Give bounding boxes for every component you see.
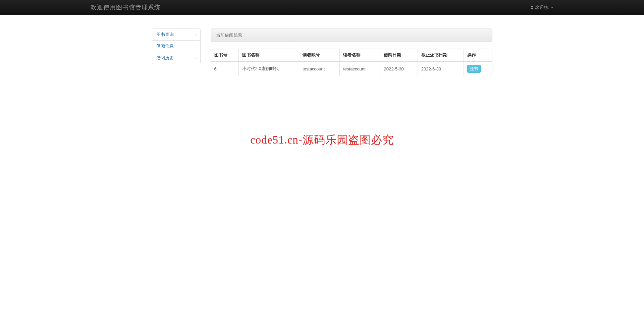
user-dropdown[interactable]: 欢迎您, (530, 4, 553, 10)
caret-down-icon (551, 7, 553, 8)
table-header-row: 图书号 图书名称 读者账号 读者名称 借阅日期 截止还书日期 操作 (211, 49, 492, 62)
th-book-name: 图书名称 (238, 49, 299, 62)
th-borrow-date: 借阅日期 (380, 49, 418, 62)
cell-book-id: 6 (211, 61, 238, 76)
main-container: 图书查询 › 借阅信息 › 借阅历史 › 当前借阅信息 图书号 图书名称 读者账… (152, 29, 492, 76)
chevron-right-icon: › (195, 33, 196, 37)
cell-due-date: 2022-6-30 (418, 61, 464, 76)
sidebar-item-borrow-history[interactable]: 借阅历史 › (152, 52, 200, 64)
main-content: 当前借阅信息 图书号 图书名称 读者账号 读者名称 借阅日期 截止还书日期 操作… (211, 29, 492, 76)
cell-reader-account: testaccount (299, 61, 339, 76)
panel-title: 当前借阅信息 (211, 29, 492, 42)
sidebar-list: 图书查询 › 借阅信息 › 借阅历史 › (152, 29, 201, 64)
app-title: 欢迎使用图书馆管理系统 (91, 3, 161, 11)
sidebar: 图书查询 › 借阅信息 › 借阅历史 › (152, 29, 201, 76)
sidebar-item-label: 借阅历史 (156, 55, 174, 61)
sidebar-item-label: 图书查询 (156, 32, 174, 38)
cell-reader-name: testaccount (340, 61, 380, 76)
chevron-right-icon: › (195, 56, 196, 60)
chevron-right-icon: › (195, 45, 196, 48)
cell-book-name: 小时代2.0虚铜时代 (238, 61, 299, 76)
cell-borrow-date: 2022-5-30 (380, 61, 418, 76)
table-row: 6 小时代2.0虚铜时代 testaccount testaccount 202… (211, 61, 492, 76)
sidebar-item-borrow-info[interactable]: 借阅信息 › (152, 41, 200, 52)
th-due-date: 截止还书日期 (418, 49, 464, 62)
return-book-button[interactable]: 还书 (467, 65, 481, 73)
th-reader-name: 读者名称 (340, 49, 380, 62)
sidebar-item-label: 借阅信息 (156, 43, 174, 49)
cell-action: 还书 (464, 61, 492, 76)
sidebar-item-book-search[interactable]: 图书查询 › (152, 29, 200, 41)
th-reader-account: 读者账号 (299, 49, 339, 62)
welcome-text: 欢迎您, (535, 4, 549, 10)
navbar: 欢迎使用图书馆管理系统 欢迎您, (0, 0, 644, 15)
borrow-table: 图书号 图书名称 读者账号 读者名称 借阅日期 截止还书日期 操作 6 小时代2… (211, 49, 492, 76)
th-book-id: 图书号 (211, 49, 238, 62)
th-action: 操作 (464, 49, 492, 62)
user-icon (530, 5, 534, 9)
